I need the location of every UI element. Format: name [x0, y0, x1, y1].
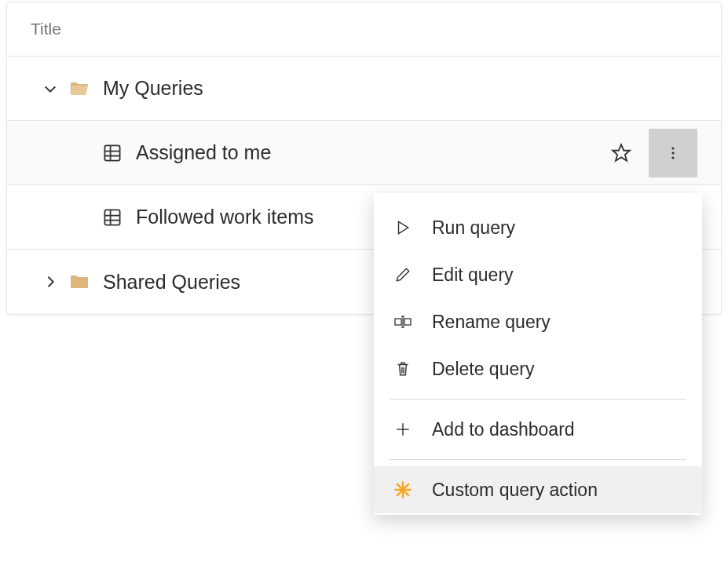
folder-label: My Queries — [103, 77, 697, 100]
menu-item-rename-query[interactable]: Rename query — [374, 298, 702, 345]
menu-item-label: Rename query — [432, 312, 551, 333]
folder-row-my-queries[interactable]: My Queries — [7, 57, 721, 121]
svg-rect-14 — [404, 319, 411, 325]
asterisk-icon — [391, 480, 415, 499]
trash-icon — [391, 360, 415, 378]
menu-item-label: Delete query — [432, 359, 534, 380]
favorite-button[interactable] — [611, 143, 631, 163]
query-label: Assigned to me — [136, 141, 611, 164]
play-icon — [391, 219, 415, 236]
folder-icon — [70, 275, 89, 289]
svg-marker-4 — [613, 144, 630, 161]
plus-icon — [391, 421, 415, 438]
header: Title — [7, 2, 721, 57]
menu-item-delete-query[interactable]: Delete query — [374, 345, 702, 392]
more-actions-button[interactable] — [649, 129, 697, 177]
svg-point-7 — [671, 156, 674, 159]
menu-item-edit-query[interactable]: Edit query — [374, 251, 702, 298]
svg-rect-13 — [395, 319, 401, 325]
chevron-right-icon[interactable] — [42, 274, 58, 290]
menu-item-label: Add to dashboard — [432, 419, 575, 440]
menu-item-custom-query-action[interactable]: Custom query action — [374, 466, 702, 513]
query-icon — [103, 208, 122, 227]
svg-rect-8 — [104, 210, 119, 224]
svg-rect-0 — [104, 145, 119, 160]
header-title: Title — [31, 20, 61, 38]
menu-item-label: Custom query action — [432, 480, 598, 501]
context-menu: Run query Edit query Rename query Delete… — [374, 193, 702, 515]
menu-item-run-query[interactable]: Run query — [374, 204, 702, 251]
menu-item-label: Edit query — [432, 265, 514, 286]
svg-point-5 — [671, 147, 674, 149]
menu-separator — [390, 399, 686, 400]
menu-separator — [390, 459, 686, 460]
query-icon — [103, 144, 122, 162]
svg-point-6 — [671, 151, 674, 154]
svg-marker-12 — [399, 221, 408, 233]
folder-open-icon — [70, 82, 89, 96]
rename-icon — [391, 313, 415, 330]
query-row-assigned-to-me[interactable]: Assigned to me — [7, 121, 721, 185]
chevron-down-icon[interactable] — [42, 81, 58, 97]
menu-item-label: Run query — [432, 217, 515, 239]
pencil-icon — [391, 266, 415, 283]
menu-item-add-to-dashboard[interactable]: Add to dashboard — [374, 406, 702, 453]
